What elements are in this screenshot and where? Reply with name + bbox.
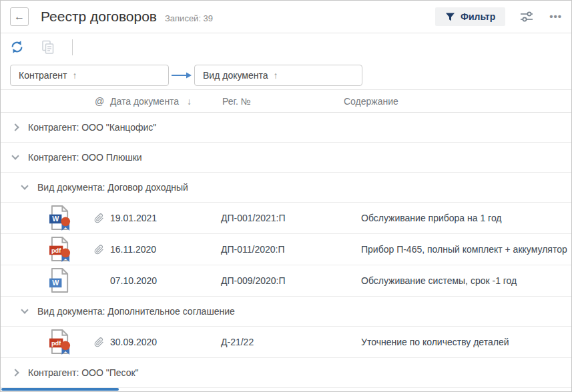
document-row[interactable]: pdf 16.11.2020 ДП-011/2020:П Прибор П-46… (1, 234, 571, 265)
pdf-document-signed-icon[interactable]: pdf (49, 329, 94, 355)
svg-text:W: W (52, 279, 59, 287)
document-content: Обслуживание прибора на 1 год (361, 213, 571, 223)
pdf-document-signed-icon[interactable]: pdf (49, 236, 94, 263)
grid-body: Контрагент: ООО "Канцофис" Контрагент: О… (1, 113, 571, 388)
filter-funnel-icon (445, 12, 455, 22)
filter-button[interactable]: Фильтр (435, 7, 505, 26)
column-date-label: Дата документа (110, 96, 179, 107)
document-reg-number: Д-21/22 (221, 337, 361, 347)
svg-text:pdf: pdf (51, 247, 61, 254)
svg-text:W: W (52, 215, 59, 223)
more-actions-button[interactable]: ••• (548, 12, 563, 21)
document-date: 07.10.2020 (110, 275, 221, 286)
group-row-dogovor-dohodny[interactable]: Вид документа: Договор доходный (1, 173, 571, 203)
toolbar-divider (72, 39, 73, 55)
grouping-chip-counterparty[interactable]: Контрагент ↑ (10, 65, 169, 86)
word-document-signed-icon[interactable]: W (49, 205, 94, 231)
filter-button-label: Фильтр (461, 11, 495, 22)
group-label: Вид документа: Дополнительное соглашение (37, 306, 235, 317)
document-content: Прибор П-465, полный комплект + аккумуля… (361, 244, 571, 255)
group-row-kantsofis[interactable]: Контрагент: ООО "Канцофис" (1, 113, 571, 143)
back-button[interactable]: ← (10, 7, 29, 26)
toolbar (1, 33, 571, 61)
view-settings-button[interactable] (519, 9, 535, 24)
column-attachment[interactable]: @ (95, 96, 110, 107)
document-reg-number: ДП-001/2021:П (221, 213, 361, 223)
chevron-down-icon[interactable] (11, 152, 19, 159)
refresh-button[interactable] (9, 39, 25, 55)
sort-asc-icon[interactable]: ↑ (273, 70, 278, 81)
chevron-down-icon[interactable] (21, 182, 28, 189)
page-title: Реестр договоров (41, 9, 157, 25)
document-content: Обслуживание системы, срок -1 год (361, 275, 571, 286)
grouping-panel: Контрагент ↑ Вид документа ↑ (1, 61, 571, 89)
document-date: 16.11.2020 (110, 244, 221, 255)
grouping-chip-doctype[interactable]: Вид документа ↑ (194, 65, 362, 86)
group-row-plyushki[interactable]: Контрагент: ООО Плюшки (1, 143, 571, 173)
document-reg-number: ДП-011/2020:П (221, 244, 361, 255)
group-label: Контрагент: ООО "Песок" (28, 367, 139, 378)
document-row[interactable]: W 07.10.2020 ДП-009/2020:П Обслуживание … (1, 265, 571, 297)
chevron-right-icon[interactable] (11, 123, 19, 131)
group-label: Вид документа: Договор доходный (37, 182, 188, 193)
paperclip-icon[interactable] (94, 213, 110, 223)
column-date[interactable]: Дата документа ↓ (110, 96, 222, 107)
horizontal-scrollbar-thumb[interactable] (1, 388, 119, 391)
refresh-icon (10, 40, 24, 54)
paperclip-icon[interactable] (94, 337, 110, 347)
records-count: Записей: 39 (165, 13, 213, 23)
group-row-pesok[interactable]: Контрагент: ООО "Песок" (1, 358, 571, 388)
chevron-down-icon[interactable] (21, 306, 28, 313)
column-reg-number[interactable]: Рег. № (222, 96, 344, 107)
column-header-row: @ Дата документа ↓ Рег. № Содержание (1, 89, 571, 113)
document-reg-number: ДП-009/2020:П (221, 275, 361, 286)
chevron-right-icon[interactable] (11, 369, 19, 376)
group-label: Контрагент: ООО Плюшки (28, 152, 142, 163)
sort-desc-icon: ↓ (187, 96, 192, 107)
column-content[interactable]: Содержание (344, 96, 571, 107)
group-row-dop-soglashenie[interactable]: Вид документа: Дополнительное соглашение (1, 297, 571, 327)
document-date: 30.09.2020 (110, 337, 221, 347)
document-date: 19.01.2021 (110, 213, 221, 223)
word-document-icon[interactable]: W (49, 267, 94, 294)
header: ← Реестр договоров Записей: 39 Фильтр ••… (1, 1, 571, 33)
grouping-chip-label: Вид документа (203, 70, 268, 81)
copy-icon (41, 40, 55, 55)
document-row[interactable]: W 19.01.2021 ДП-001/2021:П Обслуживание … (1, 203, 571, 234)
copy-button-disabled[interactable] (40, 39, 56, 56)
header-actions: Фильтр ••• (435, 7, 563, 26)
sliders-icon (520, 11, 533, 23)
grouping-chip-label: Контрагент (19, 70, 67, 81)
registry-window: ← Реестр договоров Записей: 39 Фильтр ••… (0, 0, 572, 392)
paperclip-icon[interactable] (94, 245, 110, 255)
grouping-arrow-icon (171, 71, 192, 79)
sort-asc-icon[interactable]: ↑ (72, 70, 77, 81)
svg-text:pdf: pdf (51, 340, 61, 347)
group-label: Контрагент: ООО "Канцофис" (28, 122, 156, 133)
document-row[interactable]: pdf 30.09.2020 Д-21/22 Уточнение по коли… (1, 327, 571, 358)
document-content: Уточнение по количеству деталей (361, 337, 571, 347)
